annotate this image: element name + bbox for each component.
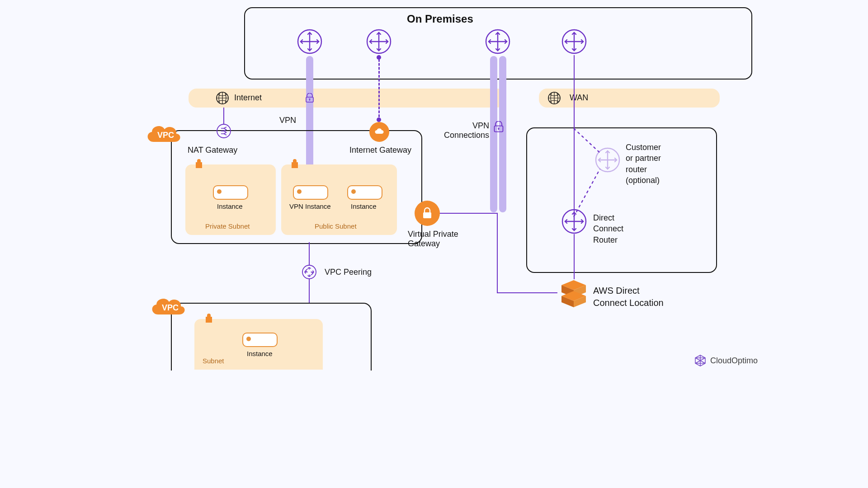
subnet-label: Subnet bbox=[203, 357, 224, 365]
vpn-connections-tunnel bbox=[490, 56, 497, 212]
instance-node bbox=[242, 333, 278, 347]
dot-endpoint bbox=[377, 55, 381, 60]
instance-node bbox=[347, 185, 382, 200]
vpc-peering-label: VPC Peering bbox=[325, 267, 372, 277]
virtual-private-gateway-icon bbox=[415, 201, 440, 226]
nat-gateway-label: NAT Gateway bbox=[188, 145, 237, 155]
router-icon bbox=[297, 29, 322, 54]
globe-icon bbox=[547, 91, 561, 105]
router-icon bbox=[561, 29, 587, 54]
direct-connect-location-label: AWS Direct Connect Location bbox=[593, 285, 664, 309]
on-premises-title: On Premises bbox=[407, 13, 473, 25]
public-subnet-label: Public Subnet bbox=[315, 222, 357, 230]
vpg-label: Virtual Private Gateway bbox=[408, 230, 458, 249]
nat-link bbox=[223, 108, 224, 124]
direct-connect-router-icon bbox=[561, 209, 587, 234]
svg-text:VPC: VPC bbox=[157, 131, 174, 140]
vpg-to-dc-link bbox=[497, 213, 498, 293]
svg-text:VPC: VPC bbox=[162, 303, 179, 312]
vpc-cloud-icon: VPC bbox=[148, 294, 187, 319]
subnet-bag-icon bbox=[194, 159, 203, 169]
vpn-label: VPN bbox=[279, 116, 296, 125]
svg-rect-8 bbox=[309, 99, 310, 101]
dashed-diagonal bbox=[574, 128, 610, 219]
brand-logo: CloudOptimo bbox=[694, 354, 758, 367]
globe-icon bbox=[215, 91, 230, 105]
instance-label: Instance bbox=[247, 350, 273, 357]
instance-label: Instance bbox=[217, 202, 243, 210]
direct-connect-location-icon bbox=[558, 277, 590, 309]
svg-rect-14 bbox=[423, 212, 431, 218]
wan-band bbox=[539, 89, 720, 108]
vpc-peering-icon bbox=[302, 265, 316, 279]
lock-icon bbox=[493, 121, 505, 133]
router-icon bbox=[366, 29, 392, 54]
customer-router-label: Customer or partner router (optional) bbox=[626, 142, 661, 186]
vpc-peering-link bbox=[309, 242, 310, 266]
nat-gateway-icon bbox=[217, 124, 231, 138]
brand-text: CloudOptimo bbox=[710, 356, 758, 366]
vpc-peering-link bbox=[309, 279, 310, 304]
vpn-connections-tunnel bbox=[499, 56, 506, 212]
subnet-bag-icon bbox=[204, 314, 213, 324]
lock-icon bbox=[305, 93, 315, 103]
direct-connect-router-label: Direct Connect Router bbox=[593, 212, 623, 245]
vpc-cloud-icon: VPC bbox=[144, 121, 183, 146]
instance-label: Instance bbox=[351, 202, 377, 210]
instance-node bbox=[213, 185, 248, 200]
dc-router-link bbox=[574, 234, 575, 279]
svg-rect-11 bbox=[498, 129, 499, 131]
vpn-instance-node bbox=[293, 185, 328, 200]
vpg-to-dc-link bbox=[497, 292, 557, 293]
vpn-connections-label: VPN Connections bbox=[444, 121, 489, 140]
dashed-link bbox=[378, 55, 380, 121]
dot-endpoint bbox=[377, 117, 381, 122]
router-icon bbox=[485, 29, 510, 54]
direct-connect-box bbox=[526, 127, 717, 273]
subnet-bag-icon bbox=[290, 159, 299, 169]
internet-gateway-icon bbox=[369, 122, 389, 142]
vpg-to-vpn-link bbox=[440, 213, 498, 214]
internet-label: Internet bbox=[234, 93, 262, 103]
vpn-instance-label: VPN Instance bbox=[289, 202, 331, 210]
wan-label: WAN bbox=[570, 93, 588, 103]
private-subnet-label: Private Subnet bbox=[205, 222, 250, 230]
internet-gateway-label: Internet Gateway bbox=[349, 145, 411, 155]
